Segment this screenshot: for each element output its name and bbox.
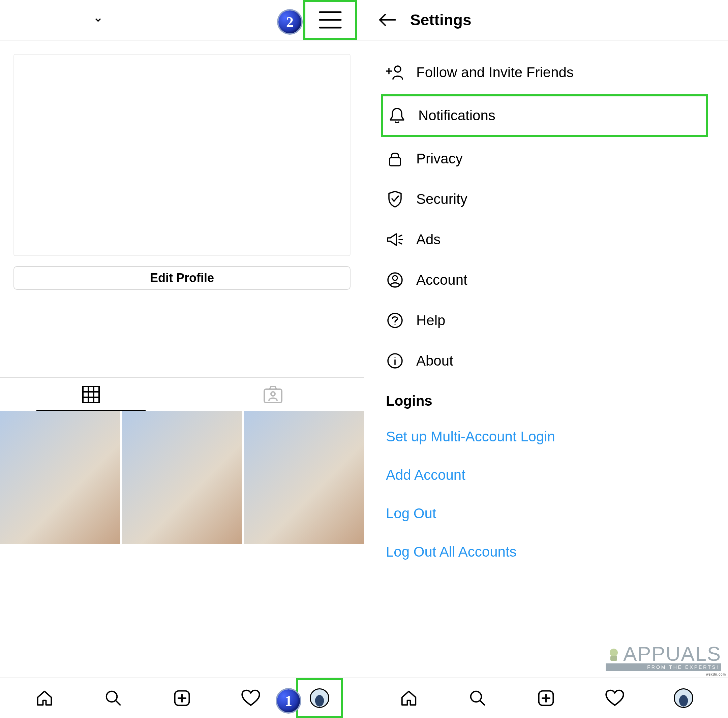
back-button[interactable] — [378, 12, 397, 27]
annotation-badge-2: 2 — [278, 11, 301, 34]
svg-rect-3 — [83, 386, 99, 403]
post-thumbnail[interactable] — [122, 411, 242, 544]
shield-icon — [386, 190, 404, 208]
settings-item-help[interactable]: Help — [381, 302, 708, 339]
nav-search[interactable] — [79, 678, 148, 718]
svg-line-20 — [399, 235, 402, 237]
nav-create[interactable] — [148, 678, 216, 718]
profile-tab-highlight: 1 — [296, 678, 343, 718]
lock-icon — [386, 150, 404, 167]
invite-friends-icon — [386, 65, 404, 80]
nav-home[interactable] — [10, 678, 79, 718]
info-icon — [386, 353, 404, 369]
post-thumbnail[interactable] — [0, 411, 120, 544]
settings-item-privacy[interactable]: Privacy — [381, 140, 708, 177]
annotation-badge-1: 1 — [277, 689, 300, 712]
settings-item-security[interactable]: Security — [381, 180, 708, 218]
link-log-out[interactable]: Log Out — [381, 496, 708, 531]
settings-item-label: Notifications — [418, 107, 496, 124]
post-thumbnail[interactable] — [244, 411, 364, 544]
nav-profile[interactable] — [649, 678, 718, 718]
username-switcher[interactable]: ████████ — [14, 12, 103, 27]
svg-line-11 — [116, 701, 120, 705]
settings-item-label: Account — [416, 272, 468, 288]
hamburger-icon — [318, 11, 342, 29]
profile-screen: ████████ 2 Edit Profile — [0, 0, 364, 718]
username-label: ████████ — [14, 12, 90, 27]
heart-icon — [605, 689, 624, 707]
settings-item-notifications[interactable]: Notifications — [381, 94, 708, 137]
settings-item-label: Security — [416, 191, 468, 207]
settings-item-label: Ads — [416, 231, 440, 247]
post-thumbnail[interactable] — [122, 545, 242, 678]
nav-activity[interactable] — [580, 678, 649, 718]
settings-item-ads[interactable]: Ads — [381, 221, 708, 258]
settings-header: Settings — [364, 0, 728, 40]
nav-home[interactable] — [375, 678, 443, 718]
svg-point-9 — [271, 392, 275, 396]
svg-point-24 — [393, 276, 398, 280]
post-thumbnail[interactable] — [0, 545, 120, 678]
settings-item-about[interactable]: About — [381, 342, 708, 379]
svg-point-18 — [395, 66, 401, 72]
settings-item-account[interactable]: Account — [381, 261, 708, 298]
settings-screen: Settings Follow and Invite Friends Notif… — [364, 0, 728, 718]
nav-profile[interactable]: 1 — [285, 678, 354, 718]
settings-list: Follow and Invite Friends Notifications … — [364, 40, 728, 678]
nav-create[interactable] — [512, 678, 581, 718]
settings-item-follow-invite[interactable]: Follow and Invite Friends — [381, 54, 708, 91]
account-icon — [386, 272, 404, 288]
settings-item-label: About — [416, 353, 453, 369]
chevron-down-icon — [93, 15, 103, 24]
posts-grid — [0, 411, 364, 678]
heart-icon — [241, 689, 260, 707]
link-multi-account-login[interactable]: Set up Multi-Account Login — [381, 419, 708, 454]
edit-profile-label: Edit Profile — [150, 271, 214, 285]
tab-tagged[interactable] — [182, 378, 364, 411]
plus-square-icon — [537, 689, 555, 707]
nav-search[interactable] — [443, 678, 512, 718]
megaphone-icon — [386, 232, 404, 247]
link-log-out-all[interactable]: Log Out All Accounts — [381, 535, 708, 570]
search-icon — [104, 689, 122, 707]
help-icon — [386, 312, 404, 328]
hamburger-menu-button[interactable]: 2 — [303, 0, 357, 40]
settings-item-label: Follow and Invite Friends — [416, 64, 574, 81]
svg-line-22 — [399, 243, 402, 244]
nav-activity[interactable] — [216, 678, 285, 718]
settings-title: Settings — [410, 11, 471, 29]
svg-point-28 — [395, 357, 396, 358]
svg-point-25 — [388, 313, 402, 327]
plus-square-icon — [173, 689, 191, 707]
svg-point-26 — [395, 324, 396, 325]
svg-rect-19 — [390, 158, 401, 166]
bottom-nav-left: 1 — [0, 678, 364, 718]
tab-grid[interactable] — [0, 378, 182, 411]
edit-profile-button[interactable]: Edit Profile — [14, 266, 350, 290]
profile-body: Edit Profile — [0, 40, 364, 678]
avatar-icon — [310, 688, 329, 708]
link-add-account[interactable]: Add Account — [381, 458, 708, 493]
search-icon — [468, 689, 487, 707]
settings-item-label: Help — [416, 312, 445, 328]
home-icon — [35, 689, 54, 707]
watermark-credit: wsxdn.com — [706, 672, 726, 676]
home-icon — [400, 689, 418, 707]
post-thumbnail[interactable] — [244, 545, 364, 678]
svg-line-31 — [480, 701, 484, 705]
profile-info-block — [14, 54, 350, 256]
bell-icon — [388, 107, 406, 124]
arrow-left-icon — [378, 12, 397, 27]
grid-icon — [82, 385, 100, 404]
settings-item-label: Privacy — [416, 151, 463, 167]
profile-tabs — [0, 377, 364, 411]
tagged-icon — [263, 385, 283, 404]
bottom-nav-right — [364, 678, 728, 718]
logins-heading: Logins — [381, 383, 708, 416]
profile-header: ████████ 2 — [0, 0, 364, 40]
avatar-icon — [674, 688, 693, 708]
